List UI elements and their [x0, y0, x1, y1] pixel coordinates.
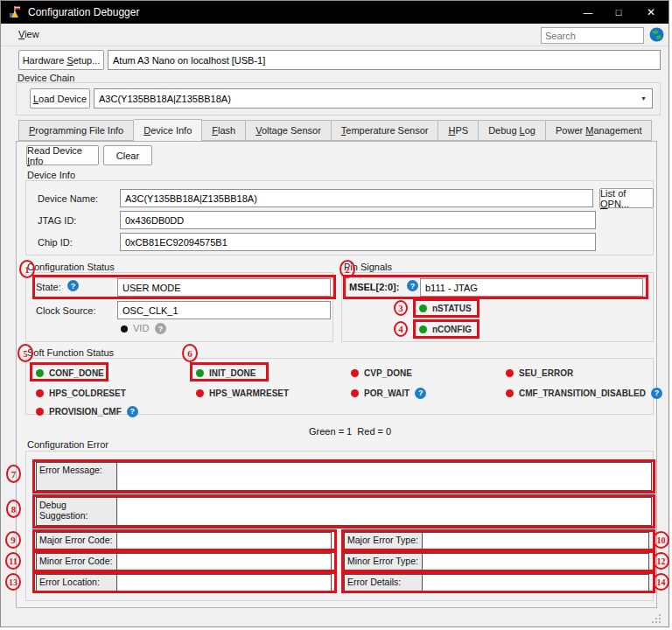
- status-dot: [36, 408, 44, 416]
- soft-status-item: HPS_COLDRESET: [36, 386, 126, 400]
- chevron-down-icon[interactable]: ▼: [640, 95, 647, 102]
- error-message-value[interactable]: [117, 462, 652, 491]
- load-device-button[interactable]: Load Device: [30, 88, 90, 108]
- soft-status-item: INIT_DONE: [196, 366, 256, 380]
- chip-id-field[interactable]: 0xCB81EC92094575B1: [120, 233, 596, 251]
- help-icon[interactable]: ?: [127, 406, 138, 417]
- help-icon[interactable]: ?: [155, 323, 166, 334]
- soft-status-item: PROVISION_CMF ?: [36, 404, 138, 418]
- list-of-opn-button[interactable]: List of OPN...: [599, 188, 654, 208]
- vid-dot: [121, 326, 128, 332]
- minor-error-type-row: Minor Error Type:: [344, 553, 649, 570]
- tab-temperature-sensor[interactable]: Temperature Sensor: [332, 120, 439, 141]
- device-chain-value: A3C(Y135BB18A|Z135BB18A): [99, 94, 231, 104]
- tab-power-management[interactable]: Power Management: [546, 120, 652, 141]
- major-error-type-label: Major Error Type:: [344, 532, 423, 550]
- minor-error-type-value[interactable]: [423, 553, 649, 570]
- tab-bar: Programming File Info Device Info Flash …: [18, 121, 652, 141]
- debug-suggestion-row: Debug Suggestion:: [36, 497, 652, 526]
- resize-grip-icon[interactable]: [652, 621, 654, 623]
- status-dot: [196, 369, 204, 377]
- search-input[interactable]: [541, 27, 644, 44]
- hardware-setup-label: Hardware Setup...: [23, 55, 101, 66]
- status-dot: [506, 389, 514, 397]
- close-button[interactable]: ✕: [634, 1, 668, 24]
- menu-bar: View: [1, 24, 668, 46]
- error-message-label: Error Message:: [36, 462, 117, 491]
- tab-flash[interactable]: Flash: [202, 120, 246, 141]
- load-device-label: Load Device: [33, 94, 87, 104]
- app-icon: [8, 5, 22, 19]
- nstatus-signal: nSTATUS: [419, 301, 472, 315]
- configuration-error-title: Configuration Error: [27, 439, 108, 450]
- nconfig-signal: nCONFIG: [419, 322, 472, 336]
- minor-error-type-label: Minor Error Type:: [344, 553, 423, 570]
- state-label: State:: [36, 282, 61, 292]
- title-bar: Configuration Debugger: [1, 1, 668, 24]
- help-icon[interactable]: ?: [415, 388, 426, 399]
- vid-label: VID: [133, 323, 149, 333]
- major-error-type-row: Major Error Type:: [344, 532, 649, 550]
- status-dot: [419, 326, 427, 333]
- debug-suggestion-value[interactable]: [117, 497, 652, 526]
- soft-function-status-title: Soft Function Status: [27, 347, 114, 358]
- tab-device-info[interactable]: Device Info: [134, 119, 202, 141]
- help-icon[interactable]: ?: [407, 280, 418, 291]
- error-details-row: Error Details:: [344, 574, 649, 592]
- pin-signals-title: Pin Signals: [344, 262, 392, 272]
- soft-status-item: CMF_TRANSITION_DISABLED ?: [506, 386, 662, 400]
- status-dot: [36, 369, 44, 377]
- minor-error-code-label: Minor Error Code:: [36, 553, 117, 570]
- maximize-button[interactable]: □: [601, 1, 636, 24]
- menu-view[interactable]: View: [18, 29, 39, 39]
- hardware-target-field[interactable]: Atum A3 Nano on localhost [USB-1]: [108, 50, 661, 70]
- jtag-id-field[interactable]: 0x436DB0DD: [120, 211, 596, 229]
- debug-suggestion-label: Debug Suggestion:: [36, 497, 117, 526]
- soft-status-item: CONF_DONE: [36, 366, 104, 380]
- msel-field[interactable]: b111 - JTAG: [420, 278, 643, 297]
- error-location-label: Error Location:: [36, 574, 117, 592]
- list-of-opn-label: List of OPN...: [600, 188, 653, 209]
- status-dot: [36, 389, 44, 397]
- tab-debug-log[interactable]: Debug Log: [479, 120, 546, 141]
- status-dot: [506, 369, 514, 377]
- device-name-label: Device Name:: [38, 193, 98, 204]
- major-error-code-row: Major Error Code:: [36, 532, 332, 550]
- clear-button[interactable]: Clear: [103, 145, 152, 165]
- state-field[interactable]: USER MODE: [117, 278, 331, 297]
- status-dot: [419, 304, 427, 312]
- major-error-type-value[interactable]: [423, 532, 649, 550]
- error-message-row: Error Message:: [36, 462, 652, 491]
- error-location-row: Error Location:: [36, 574, 332, 592]
- read-device-info-button[interactable]: Read Device Info: [26, 145, 99, 165]
- globe-icon[interactable]: [649, 27, 664, 42]
- device-chain-combobox[interactable]: A3C(Y135BB18A|Z135BB18A) ▼: [94, 88, 653, 108]
- major-error-code-label: Major Error Code:: [36, 532, 117, 550]
- soft-status-item: SEU_ERROR: [506, 366, 573, 380]
- error-location-value[interactable]: [117, 574, 332, 592]
- clear-label: Clear: [116, 150, 139, 161]
- minimize-button[interactable]: —: [570, 1, 606, 24]
- device-info-title: Device Info: [27, 170, 75, 180]
- minor-error-code-value[interactable]: [117, 553, 332, 570]
- device-name-field[interactable]: A3C(Y135BB18A|Z135BB18A): [120, 189, 593, 207]
- clock-source-field[interactable]: OSC_CLK_1: [117, 301, 331, 319]
- help-icon[interactable]: ?: [67, 280, 79, 291]
- read-device-info-label: Read Device Info: [27, 145, 98, 166]
- soft-status-item: CVP_DONE: [351, 366, 412, 380]
- configuration-status-title: Configuration Status: [27, 262, 115, 272]
- major-error-code-value[interactable]: [117, 532, 332, 550]
- hardware-setup-button[interactable]: Hardware Setup...: [18, 50, 104, 70]
- configuration-debugger-window: Configuration Debugger — □ ✕ View Hardwa…: [0, 0, 669, 627]
- status-dot: [351, 389, 359, 397]
- tab-hps[interactable]: HPS: [438, 120, 479, 141]
- nstatus-label: nSTATUS: [432, 304, 472, 313]
- tab-voltage-sensor[interactable]: Voltage Sensor: [246, 120, 332, 141]
- window-title: Configuration Debugger: [28, 6, 139, 18]
- error-details-value[interactable]: [423, 574, 649, 592]
- chip-id-label: Chip ID:: [38, 237, 73, 248]
- tab-programming-file-info[interactable]: Programming File Info: [18, 120, 134, 141]
- msel-label: MSEL[2:0]:: [349, 282, 399, 292]
- status-legend: Green = 1 Red = 0: [309, 426, 391, 437]
- help-icon[interactable]: ?: [651, 388, 662, 399]
